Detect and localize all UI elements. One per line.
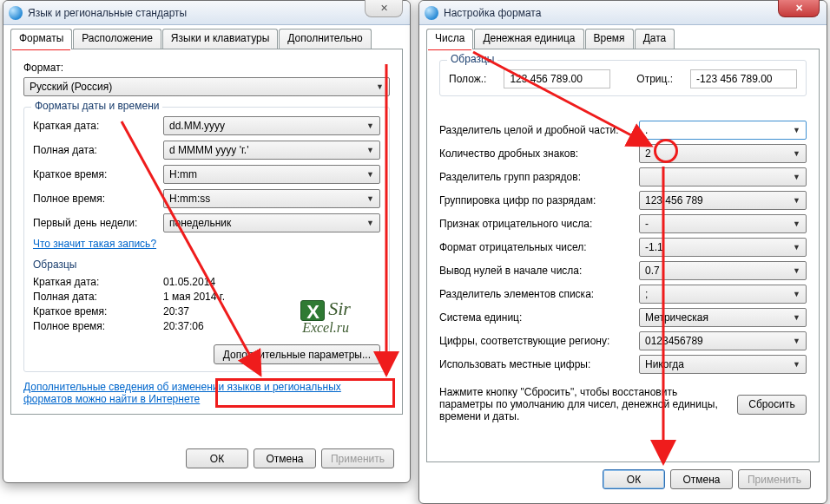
tabstrip: Форматы Расположение Языки и клавиатуры …: [10, 29, 403, 49]
tab-time[interactable]: Время: [585, 29, 634, 49]
additional-settings-button[interactable]: Дополнительные параметры...: [214, 344, 380, 364]
ok-button[interactable]: ОК: [186, 448, 248, 468]
chevron-down-icon: ▼: [372, 82, 387, 91]
leading-zero-select[interactable]: 0.7▼: [639, 261, 807, 280]
tab-location[interactable]: Расположение: [73, 29, 161, 49]
apply-button[interactable]: Применить: [738, 469, 811, 489]
tab-date[interactable]: Дата: [635, 29, 675, 49]
format-select[interactable]: Русский (Россия) ▼: [23, 77, 390, 96]
tab-panel: Образцы Полож.: 123 456 789.00 Отриц.: -…: [426, 49, 820, 462]
short-date-select[interactable]: dd.MM.yyyy▼: [163, 116, 380, 135]
tabstrip: Числа Денежная единица Время Дата: [426, 29, 820, 49]
titlebar[interactable]: Язык и региональные стандарты ✕: [3, 1, 410, 25]
apply-button[interactable]: Применить: [321, 448, 394, 468]
long-time-select[interactable]: H:mm:ss▼: [163, 189, 380, 208]
ok-button[interactable]: ОК: [603, 469, 665, 489]
group-separator-select[interactable]: ▼: [639, 167, 807, 187]
list-separator-select[interactable]: ;▼: [639, 285, 807, 304]
window-title: Настройка формата: [444, 7, 541, 19]
excel-icon: [300, 300, 325, 321]
tab-numbers[interactable]: Числа: [426, 29, 473, 49]
digit-grouping-select[interactable]: 123 456 789▼: [639, 191, 807, 210]
tab-formats[interactable]: Форматы: [10, 29, 72, 49]
tab-advanced[interactable]: Дополнительно: [279, 29, 371, 49]
globe-icon: [425, 6, 438, 20]
tab-keyboards[interactable]: Языки и клавиатуры: [162, 29, 278, 49]
cancel-button[interactable]: Отмена: [670, 469, 733, 489]
measurement-select[interactable]: Метрическая▼: [639, 308, 807, 327]
tab-currency[interactable]: Денежная единица: [474, 29, 583, 49]
native-digits-select[interactable]: 0123456789▼: [639, 331, 807, 350]
titlebar[interactable]: Настройка формата ✕: [419, 1, 827, 25]
tab-panel: Формат: Русский (Россия) ▼ Форматы даты …: [10, 49, 403, 415]
long-date-select[interactable]: d MMMM yyyy 'г.'▼: [163, 141, 380, 160]
use-native-select[interactable]: Никогда▼: [639, 355, 807, 374]
notation-help-link[interactable]: Что значит такая запись?: [33, 238, 156, 250]
format-label: Формат:: [23, 62, 390, 74]
samples-group: Образцы Полож.: 123 456 789.00 Отриц.: -…: [439, 60, 807, 96]
reset-description: Нажмите кнопку "Сбросить", чтобы восстан…: [439, 386, 727, 422]
regional-settings-window: Язык и региональные стандарты ✕ Форматы …: [3, 0, 411, 483]
negative-sign-select[interactable]: -▼: [639, 214, 807, 233]
short-time-select[interactable]: H:mm▼: [163, 165, 380, 184]
decimal-separator-select[interactable]: .▼: [639, 121, 807, 140]
decimal-places-select[interactable]: 2▼: [639, 144, 807, 163]
negative-sample: -123 456 789.00: [690, 69, 797, 88]
positive-sample: 123 456 789.00: [504, 69, 610, 88]
close-button[interactable]: ✕: [778, 0, 820, 17]
cancel-button[interactable]: Отмена: [254, 448, 316, 468]
reset-button[interactable]: Сбросить: [737, 395, 807, 415]
globe-icon: [9, 6, 23, 20]
customize-format-window: Настройка формата ✕ Числа Денежная едини…: [418, 0, 827, 504]
negative-format-select[interactable]: -1.1▼: [639, 238, 807, 257]
window-title: Язык и региональные стандарты: [28, 7, 187, 19]
first-day-select[interactable]: понедельник▼: [163, 213, 380, 232]
online-info-link[interactable]: Дополнительные сведения об изменении язы…: [23, 381, 341, 405]
close-button[interactable]: ✕: [365, 0, 403, 17]
watermark-logo: Sir Excel.ru: [273, 299, 378, 335]
